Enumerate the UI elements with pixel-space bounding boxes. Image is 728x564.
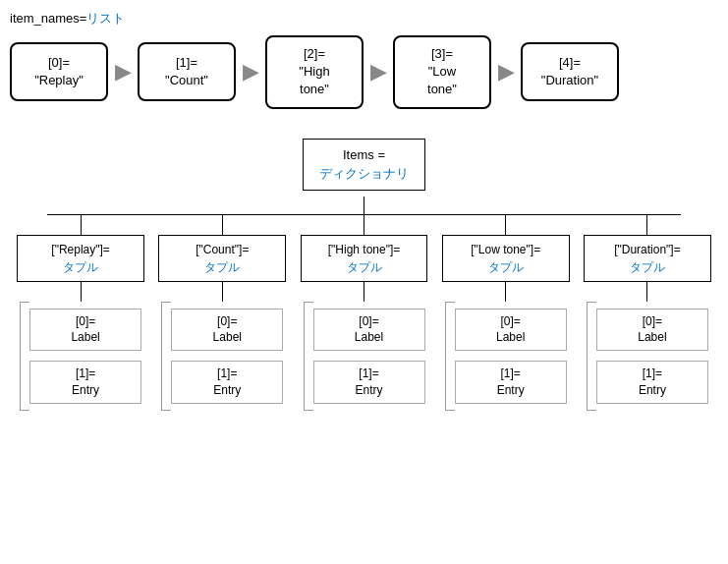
- flow-box-3-index: [3]=: [427, 45, 457, 63]
- col-3-sub0-index: [0]=: [462, 313, 560, 330]
- col-2-vline-top: [364, 215, 364, 235]
- col-1-sub-boxes: [0]= Label [1]= Entry: [171, 302, 283, 411]
- col-3-vline-mid: [505, 282, 506, 302]
- arrow-3: ▶: [491, 59, 521, 85]
- flow-box-3: [3]= "Lowtone": [393, 35, 491, 109]
- vline-top: [364, 197, 364, 214]
- col-3-bracket: [445, 302, 455, 411]
- flow-box-3-name: "Lowtone": [427, 63, 457, 98]
- col-1-vline-mid: [222, 282, 223, 302]
- column-4: ["Duration"]= タプル [0]= Label [1]= Entry: [577, 215, 718, 411]
- flow-box-2: [2]= "Hightone": [265, 35, 364, 109]
- arrow-1: ▶: [236, 59, 265, 85]
- col-2-sub-boxes: [0]= Label [1]= Entry: [313, 302, 425, 411]
- vline-from-items: [10, 197, 718, 214]
- col-2-bracket: [304, 302, 313, 411]
- col-1-sub-area: [0]= Label [1]= Entry: [161, 302, 283, 411]
- col-4-tuple-box: ["Duration"]= タプル: [584, 235, 711, 282]
- col-4-sub0: [0]= Label: [596, 309, 708, 352]
- flow-box-2-name: "Hightone": [299, 63, 329, 98]
- col-4-sub1-index: [1]=: [603, 366, 701, 382]
- items-box: Items = ディクショナリ: [303, 139, 425, 191]
- col-2-vline-mid: [364, 282, 364, 302]
- col-1-sub1-index: [1]=: [178, 366, 276, 382]
- col-3-tuple-box: ["Low tone"]= タプル: [442, 235, 570, 282]
- col-4-type: タプル: [592, 258, 702, 276]
- col-3-key: ["Low tone"]=: [451, 241, 561, 258]
- col-1-sub0-index: [0]=: [178, 313, 276, 330]
- col-0-vline-top: [81, 215, 82, 235]
- col-2-sub0-index: [0]=: [320, 313, 419, 330]
- col-4-sub0-label: Label: [603, 329, 701, 346]
- col-3-sub0-label: Label: [462, 329, 560, 346]
- col-1-sub1-label: Entry: [178, 382, 276, 399]
- column-2: ["High tone"]= タプル [0]= Label [1]= Entry: [293, 215, 434, 411]
- col-1-sub0: [0]= Label: [171, 309, 283, 352]
- flow-box-1: [1]= "Count": [138, 42, 236, 101]
- col-4-vline-mid: [646, 282, 647, 302]
- flow-box-4-index: [4]=: [541, 54, 598, 72]
- col-1-type: タプル: [167, 258, 277, 276]
- col-0-sub1: [1]= Entry: [29, 361, 141, 404]
- col-2-sub0-label: Label: [320, 329, 419, 346]
- col-0-sub-boxes: [0]= Label [1]= Entry: [29, 302, 141, 411]
- col-4-sub1: [1]= Entry: [596, 361, 708, 404]
- col-3-type: タプル: [451, 258, 561, 276]
- col-2-key: ["High tone"]=: [309, 241, 420, 258]
- col-0-type: タプル: [26, 258, 136, 276]
- col-2-tuple-box: ["High tone"]= タプル: [301, 235, 428, 282]
- col-0-sub0-index: [0]=: [36, 313, 135, 330]
- flow-box-4-name: "Duration": [541, 72, 598, 89]
- item-names-jp: リスト: [86, 11, 125, 26]
- col-2-type: タプル: [309, 258, 420, 276]
- columns-row: ["Replay"]= タプル [0]= Label [1]= Entry: [10, 215, 718, 411]
- col-1-vline-top: [222, 215, 223, 235]
- col-2-sub1: [1]= Entry: [313, 361, 425, 404]
- col-3-sub0: [0]= Label: [455, 309, 567, 352]
- flow-box-2-index: [2]=: [299, 45, 329, 63]
- flow-box-1-index: [1]=: [165, 54, 208, 72]
- flow-box-0: [0]= "Replay": [10, 42, 108, 101]
- col-1-tuple-box: ["Count"]= タプル: [158, 235, 286, 282]
- col-2-sub-area: [0]= Label [1]= Entry: [304, 302, 425, 411]
- col-0-vline-mid: [81, 282, 82, 302]
- arrow-0: ▶: [108, 59, 138, 85]
- column-1: ["Count"]= タプル [0]= Label [1]= Entry: [151, 215, 293, 411]
- flow-box-4: [4]= "Duration": [521, 42, 619, 101]
- item-names-label: item_names=リスト: [10, 10, 718, 28]
- column-0: ["Replay"]= タプル [0]= Label [1]= Entry: [10, 215, 151, 411]
- flow-box-0-name: "Replay": [34, 72, 84, 89]
- flow-box-0-index: [0]=: [34, 54, 84, 72]
- col-2-sub1-index: [1]=: [320, 366, 419, 382]
- col-4-sub-boxes: [0]= Label [1]= Entry: [596, 302, 708, 411]
- col-2-sub0: [0]= Label: [313, 309, 425, 352]
- col-4-key: ["Duration"]=: [592, 241, 702, 258]
- items-label: Items =: [319, 145, 409, 165]
- col-0-sub1-index: [1]=: [36, 366, 135, 382]
- items-center: Items = ディクショナリ: [10, 139, 718, 191]
- col-4-sub1-label: Entry: [603, 382, 701, 399]
- col-4-bracket: [587, 302, 596, 411]
- col-0-bracket: [20, 302, 29, 411]
- col-3-sub-area: [0]= Label [1]= Entry: [445, 302, 567, 411]
- col-0-sub-area: [0]= Label [1]= Entry: [20, 302, 141, 411]
- col-3-sub1-index: [1]=: [462, 366, 560, 382]
- col-0-sub0-label: Label: [36, 329, 135, 346]
- col-1-bracket: [161, 302, 171, 411]
- top-section: item_names=リスト [0]= "Replay" ▶ [1]= "Cou…: [10, 10, 718, 109]
- col-3-sub1: [1]= Entry: [455, 361, 567, 404]
- col-4-vline-top: [646, 215, 647, 235]
- flow-row: [0]= "Replay" ▶ [1]= "Count" ▶ [2]= "Hig…: [10, 35, 718, 109]
- col-3-sub1-label: Entry: [462, 382, 560, 399]
- col-3-vline-top: [505, 215, 506, 235]
- col-0-sub0: [0]= Label: [29, 309, 141, 352]
- col-1-sub0-label: Label: [178, 329, 276, 346]
- bottom-section: Items = ディクショナリ ["Replay"]= タプル [0]=: [10, 139, 718, 411]
- col-0-tuple-box: ["Replay"]= タプル: [17, 235, 144, 282]
- column-3: ["Low tone"]= タプル [0]= Label [1]= Entry: [435, 215, 577, 411]
- flow-box-1-name: "Count": [165, 72, 208, 89]
- items-jp: ディクショナリ: [319, 164, 409, 184]
- col-3-sub-boxes: [0]= Label [1]= Entry: [455, 302, 567, 411]
- col-4-sub0-index: [0]=: [603, 313, 701, 330]
- col-2-sub1-label: Entry: [320, 382, 419, 399]
